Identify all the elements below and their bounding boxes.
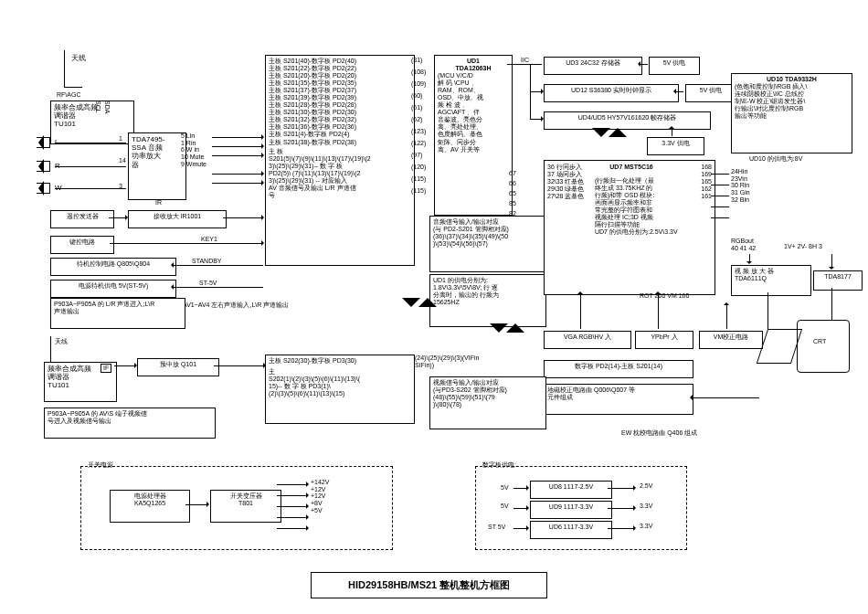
wire	[223, 217, 263, 218]
wire	[608, 528, 635, 529]
pin1: 1	[119, 135, 122, 143]
psu-proc: 电源处理器 KA5Q1265	[110, 490, 190, 523]
vga: VGA RGB\HV 入	[544, 331, 631, 349]
pin14: 14	[119, 157, 126, 164]
wire	[711, 174, 729, 175]
p115a: (115)	[411, 175, 426, 183]
mb-l12: 主板 S201(38)-数字板 PD2(38)	[269, 139, 411, 146]
ant2: 天线	[55, 338, 68, 345]
ud1-pwr: UD1 的供电分别为: 1.8V\3.3V\5V\8V; 行 逐 分离时，输出的…	[429, 274, 546, 327]
wire	[608, 488, 635, 489]
wire	[711, 206, 729, 207]
ud10-title: UD10 TDA9332H	[735, 76, 849, 83]
ud12: UD12 S36380 实时时钟显示	[544, 84, 679, 102]
wire	[767, 292, 768, 329]
wire	[674, 91, 683, 92]
wire	[507, 64, 542, 65]
ir-sender: 遥控发送器	[50, 210, 114, 228]
wire	[726, 303, 727, 329]
ud9: UD9 1117-3.3V	[530, 501, 612, 519]
ud10-body: (色饱和度控制\RGB 插入\ 连续阴极校正\IIC 总线控 制\E-W 校正\…	[735, 83, 849, 120]
ud7-title: UD7 MST5C16	[599, 164, 663, 171]
wire	[172, 265, 263, 266]
p61: (61)	[411, 104, 422, 111]
ud3: UD3 24C32 存储器	[544, 57, 642, 75]
video-amp: 视 频 放 大 器 TDA6111Q	[731, 265, 811, 296]
key-circuit: 键控电路	[50, 236, 114, 254]
wire	[277, 506, 308, 507]
wire	[110, 243, 263, 244]
tda8177: TDA8177	[813, 270, 863, 291]
wire	[513, 528, 528, 529]
mb-l5: 主板 S201(37)-数字板 PD2(37)	[269, 87, 411, 94]
crt-label: CRT	[813, 338, 826, 345]
wire	[672, 127, 672, 136]
psu-title: 开关电源	[88, 461, 113, 469]
wire	[212, 146, 263, 147]
wire	[711, 217, 729, 218]
wire	[530, 91, 543, 92]
title: HID29158HB/MS21 整机整机方框图	[311, 572, 547, 598]
ud1-body: (MCU V/C/D 解 码 \CPU 、 RAM、ROM、 OSD、中放、视 …	[438, 72, 509, 154]
p109: (109)	[411, 80, 426, 88]
speaker-icon	[37, 161, 50, 172]
ud8: UD8 1117-2.5V	[530, 481, 612, 499]
ud4v: 3.3V 供电	[647, 137, 704, 155]
wire	[172, 287, 263, 288]
rfagc-label: RF\AGC	[57, 91, 80, 99]
wire	[214, 365, 265, 366]
ud10-pwr: UD10 的供电为:8V	[749, 155, 802, 163]
wire	[212, 155, 263, 156]
wire	[114, 365, 136, 366]
p122: (122)	[411, 140, 426, 147]
speaker-icon	[37, 183, 50, 194]
av14: AV1~AV4 左右声道输入,L\R 声道输出	[183, 302, 289, 309]
mb-l7: 主板 S201(28)-数字板 PD2(28)	[269, 101, 411, 109]
p97: (97)	[411, 152, 422, 159]
mb-l11: 主板 S201(4)-数字板 PD2(4)	[269, 131, 411, 138]
mb-l1: 主板 S201(40)-数字板 PD2(40)	[269, 58, 411, 65]
mb-l3: 主板 S201(20)-数字板 PD2(20)	[269, 72, 411, 79]
big-arrow-down2	[490, 323, 508, 333]
wire	[277, 495, 308, 496]
mb-sub: 主 板 S201(5)\(7)\(9)\(11)\(13)\(17)\(19)\…	[269, 148, 411, 199]
psu-rails: +142V +12V +12V +8V +5V	[311, 479, 329, 513]
standby-ctrl: 待机控制电路 Q805\Q804	[50, 258, 176, 276]
ir-label: IR	[155, 199, 162, 206]
wire	[691, 397, 759, 398]
crt-screen	[797, 320, 850, 373]
wire	[513, 488, 528, 489]
wire	[831, 288, 832, 320]
ir-recv: 接收放大 IR1001	[128, 210, 227, 228]
nb-inst: ST 5V	[488, 524, 505, 531]
wire	[50, 336, 51, 364]
stv: ST-5V	[199, 280, 217, 287]
rgbout: RGBout 40 41 42	[731, 238, 756, 251]
psu-trans: 开关变压器 T801	[210, 490, 281, 523]
out33a: 3.3V	[640, 503, 652, 510]
ud10-box: UD10 TDA9332H (色饱和度控制\RGB 插入\ 连续阴极校正\IIC…	[731, 73, 852, 154]
p115b: (115)	[411, 187, 426, 195]
wire	[55, 143, 126, 143]
p120: (120)	[411, 164, 426, 171]
wire	[64, 50, 65, 87]
standby: STANDBY	[192, 258, 222, 265]
s202-pins: (24)\(25)\(29)\(3)(VIFin SIFin))	[415, 355, 479, 368]
r67: 67	[509, 170, 516, 177]
wire	[711, 196, 729, 196]
mb-l4: 主板 S201(35)-数字板 PD2(35)	[269, 79, 411, 87]
sda-label: SDA	[103, 101, 111, 128]
ud7-pinsl: 36 行同步入 37 场同步入 32\33 红基色 29\30 绿基色 27\2…	[547, 164, 584, 200]
crt-neck	[757, 329, 802, 364]
amp-box: TDA7495- SSA 音频 功率放大 器	[128, 132, 186, 200]
preamp: 预中放 Q101	[137, 358, 219, 376]
ud12v: 5V 供电	[685, 84, 736, 102]
hv: 1V+ 2V- 8H 3	[784, 243, 822, 250]
wire	[711, 185, 729, 185]
ud1-title: UD1 TDA12063H	[438, 58, 509, 72]
wire	[212, 183, 263, 184]
wire	[55, 166, 126, 167]
wire	[212, 174, 263, 175]
antenna-label: 天线	[71, 55, 86, 63]
wire	[277, 517, 308, 518]
